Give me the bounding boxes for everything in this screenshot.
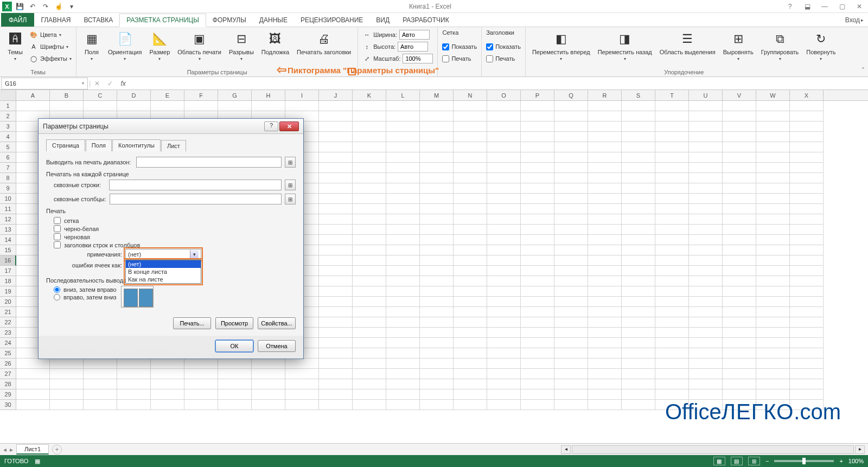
cell[interactable] [487, 286, 521, 297]
cell[interactable] [622, 328, 655, 338]
cell[interactable] [756, 286, 790, 297]
cell[interactable] [487, 204, 521, 214]
cell[interactable] [117, 400, 151, 410]
cell[interactable] [353, 245, 386, 255]
cell[interactable] [16, 379, 50, 389]
cell[interactable] [723, 111, 756, 121]
cell[interactable] [521, 225, 554, 235]
cell[interactable] [655, 379, 689, 389]
cell[interactable] [689, 348, 723, 359]
cell[interactable] [285, 379, 319, 389]
hscroll-left-icon[interactable]: ◂ [561, 445, 571, 454]
cell[interactable] [487, 225, 521, 235]
cell[interactable] [319, 121, 353, 132]
cell[interactable] [655, 121, 689, 132]
cell[interactable] [655, 101, 689, 111]
column-header[interactable]: D [117, 90, 151, 100]
cell[interactable] [622, 359, 655, 369]
cell[interactable] [655, 286, 689, 297]
cell[interactable] [420, 359, 454, 369]
formula-input[interactable] [130, 78, 868, 89]
qat-customize-icon[interactable]: ▾ [66, 1, 77, 12]
cell[interactable] [420, 132, 454, 142]
cell[interactable] [420, 369, 454, 379]
cell[interactable] [420, 348, 454, 359]
cell[interactable] [756, 132, 790, 142]
cell[interactable] [454, 245, 487, 255]
cell[interactable] [622, 297, 655, 307]
cell[interactable] [588, 121, 622, 132]
cell[interactable] [723, 348, 756, 359]
cell[interactable] [319, 173, 353, 183]
cell[interactable] [420, 111, 454, 121]
draft-checkbox[interactable] [54, 233, 61, 240]
cell[interactable] [420, 225, 454, 235]
cell[interactable] [554, 183, 588, 194]
cell[interactable] [588, 369, 622, 379]
cell[interactable] [756, 348, 790, 359]
cell[interactable] [588, 194, 622, 204]
cell[interactable] [319, 266, 353, 276]
cell[interactable] [84, 369, 117, 379]
cell[interactable] [420, 328, 454, 338]
cell[interactable] [521, 297, 554, 307]
cell[interactable] [454, 286, 487, 297]
dialog-help-button[interactable]: ? [264, 121, 278, 131]
cell[interactable] [554, 307, 588, 317]
cell[interactable] [521, 142, 554, 152]
cell[interactable] [655, 369, 689, 379]
cell[interactable] [319, 183, 353, 194]
cell[interactable] [218, 359, 252, 369]
cell[interactable] [487, 183, 521, 194]
view-normal-icon[interactable]: ▦ [713, 457, 725, 465]
cell[interactable] [756, 142, 790, 152]
select-all-corner[interactable] [0, 90, 16, 100]
cell[interactable] [319, 379, 353, 389]
cell[interactable] [319, 132, 353, 142]
cell[interactable] [353, 142, 386, 152]
cell[interactable] [521, 276, 554, 286]
cell[interactable] [218, 101, 252, 111]
cell[interactable] [689, 142, 723, 152]
cell[interactable] [353, 204, 386, 214]
cell[interactable] [554, 173, 588, 183]
cell[interactable] [756, 152, 790, 163]
preview-button[interactable]: Просмотр [215, 317, 253, 329]
cell[interactable] [655, 328, 689, 338]
print-range-input[interactable] [136, 157, 282, 168]
cell[interactable] [151, 400, 184, 410]
row-header[interactable]: 4 [0, 132, 16, 142]
cell[interactable] [622, 183, 655, 194]
cell[interactable] [420, 266, 454, 276]
row-header[interactable]: 6 [0, 152, 16, 163]
cell[interactable] [521, 338, 554, 348]
cell[interactable] [487, 379, 521, 389]
cell[interactable] [319, 307, 353, 317]
cell[interactable] [622, 142, 655, 152]
cell[interactable] [454, 173, 487, 183]
cell[interactable] [420, 245, 454, 255]
cell[interactable] [521, 328, 554, 338]
cell[interactable] [487, 152, 521, 163]
cell[interactable] [588, 214, 622, 225]
cell[interactable] [521, 235, 554, 245]
align-button[interactable]: ⊞Выровнять▾ [721, 29, 756, 62]
cell[interactable] [353, 214, 386, 225]
cell[interactable] [689, 163, 723, 173]
cell[interactable] [790, 152, 824, 163]
cell[interactable] [454, 225, 487, 235]
cell[interactable] [16, 389, 50, 400]
cell[interactable] [420, 338, 454, 348]
cell[interactable] [554, 348, 588, 359]
cell[interactable] [554, 338, 588, 348]
tab-view[interactable]: ВИД [369, 13, 396, 27]
cell[interactable] [454, 183, 487, 194]
cell[interactable] [487, 245, 521, 255]
cell[interactable] [521, 214, 554, 225]
cell[interactable] [756, 194, 790, 204]
cell[interactable] [454, 389, 487, 400]
cell[interactable] [487, 214, 521, 225]
cell[interactable] [420, 400, 454, 410]
send-backward-button[interactable]: ◨Переместить назад▾ [596, 29, 654, 62]
cell[interactable] [588, 276, 622, 286]
